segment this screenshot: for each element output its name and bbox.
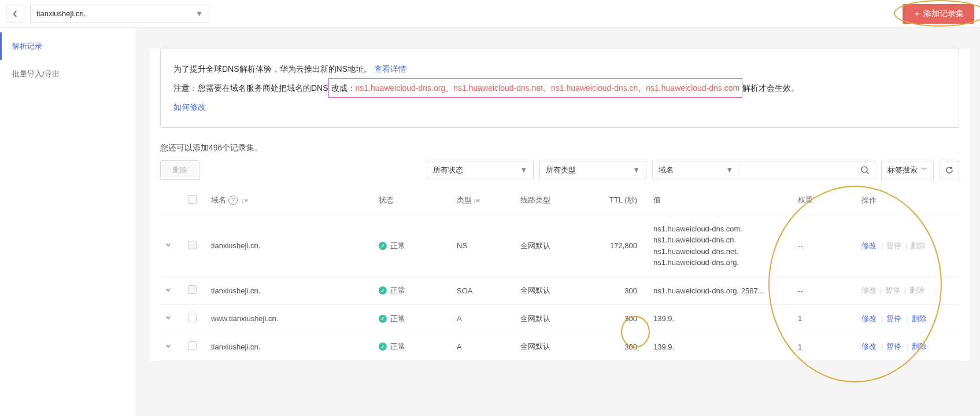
- search-icon: [860, 165, 870, 175]
- op-modify[interactable]: 修改: [861, 314, 877, 323]
- op-modify[interactable]: 修改: [861, 342, 877, 351]
- notice-box: 为了提升全球DNS解析体验，华为云推出新的NS地址。 查看详情 注意：您需要在域…: [160, 49, 959, 128]
- select-label: 所有类型: [546, 165, 576, 175]
- op-pause[interactable]: 暂停: [886, 314, 901, 323]
- table-header-row: 域名?↓≡ 状态 类型↓≡ 线路类型 TTL (秒) 值 权重 操作: [160, 186, 959, 215]
- refresh-icon: [945, 165, 954, 175]
- sort-icon[interactable]: ↓≡: [241, 197, 248, 204]
- table-row: www.tianxiusheji.cn. ✓正常 A 全网默认 300 139.…: [160, 305, 959, 333]
- notice-text: 改成：: [331, 83, 356, 93]
- op-modify: 修改: [861, 286, 877, 294]
- tag-search-button[interactable]: 标签搜索 ︾: [881, 161, 934, 179]
- help-icon[interactable]: ?: [228, 196, 238, 205]
- cell-weight: 1: [793, 333, 857, 361]
- table-row: tianxiusheji.cn. ✓正常 A 全网默认 300 139.9. 1…: [160, 333, 959, 361]
- value-line: ns1.huaweicloud-dns.org.: [653, 257, 789, 268]
- sidebar-item-label: 批量导入/导出: [12, 69, 60, 78]
- cell-type: NS: [452, 215, 516, 277]
- main-content: 为了提升全球DNS解析体验，华为云推出新的NS地址。 查看详情 注意：您需要在域…: [136, 28, 980, 416]
- cell-value: 139.9.: [649, 305, 793, 333]
- notice-text: 为了提升全球DNS解析体验，华为云推出新的NS地址。: [173, 64, 372, 73]
- dns-server: ns1.huaweicloud-dns.net: [453, 83, 543, 93]
- toolbar: 删除 所有状态 ▼ 所有类型 ▼ 域名 ▼: [150, 160, 970, 186]
- cell-line: 全网默认: [516, 277, 591, 305]
- records-count-info: 您还可以添加496个记录集。: [150, 128, 970, 160]
- cell-ops: 修改|暂停|删除: [857, 305, 959, 333]
- col-ttl: TTL (秒): [591, 186, 649, 215]
- cell-ops: 修改|暂停|删除: [857, 277, 959, 305]
- op-pause: 暂停: [886, 241, 901, 250]
- double-chevron-down-icon: ︾: [921, 168, 927, 172]
- plus-icon: ＋: [913, 9, 921, 19]
- row-checkbox[interactable]: [188, 341, 197, 350]
- add-button-label: 添加记录集: [923, 9, 964, 19]
- op-delete: 删除: [909, 286, 924, 294]
- op-pause[interactable]: 暂停: [886, 342, 901, 351]
- check-icon: ✓: [379, 286, 387, 294]
- search-box: 域名 ▼: [652, 161, 875, 179]
- col-domain: 域名: [211, 196, 226, 204]
- cell-ops: 修改|暂停|删除: [857, 333, 959, 361]
- value-line: ns1.huaweicloud-dns.cn.: [653, 234, 789, 246]
- expand-toggle[interactable]: [165, 314, 174, 323]
- row-checkbox: [188, 285, 197, 294]
- dns-server: ns1.huaweicloud-dns.cn: [551, 83, 638, 93]
- value-line: ns1.huaweicloud-dns.com.: [653, 223, 789, 235]
- cell-ops: 修改|暂停|删除: [857, 215, 959, 277]
- value-line: 139.9.: [653, 341, 789, 353]
- search-field-select[interactable]: 域名 ▼: [653, 161, 739, 179]
- status-badge: ✓正常: [379, 314, 405, 324]
- search-input[interactable]: [739, 161, 855, 179]
- sidebar-item-label: 解析记录: [12, 42, 42, 50]
- add-recordset-button[interactable]: ＋ 添加记录集: [903, 4, 974, 24]
- search-button[interactable]: [855, 165, 875, 175]
- status-badge: ✓正常: [379, 341, 405, 352]
- col-status: 状态: [374, 186, 452, 215]
- type-filter-select[interactable]: 所有类型 ▼: [539, 161, 646, 179]
- cell-domain: tianxiusheji.cn.: [206, 215, 374, 277]
- cell-type: A: [452, 305, 516, 333]
- cell-domain: www.tianxiusheji.cn.: [206, 305, 374, 333]
- status-badge: ✓正常: [379, 285, 405, 296]
- op-modify[interactable]: 修改: [861, 241, 877, 250]
- back-button[interactable]: [6, 5, 24, 23]
- sort-icon[interactable]: ↓≡: [473, 197, 480, 204]
- cell-ttl: 300: [591, 333, 649, 361]
- col-type: 类型: [457, 196, 472, 204]
- dns-highlight-box: 改成：ns1.huaweicloud-dns.org、ns1.huaweiclo…: [328, 78, 743, 98]
- sidebar-item-import-export[interactable]: 批量导入/导出: [0, 60, 135, 88]
- cell-domain: tianxiusheji.cn.: [206, 277, 374, 305]
- cell-ttl: 300: [591, 305, 649, 333]
- sidebar-item-records[interactable]: 解析记录: [0, 32, 135, 60]
- notice-link-details[interactable]: 查看详情: [374, 64, 406, 73]
- col-value: 值: [649, 186, 793, 215]
- dns-server: ns1.huaweicloud-dns.com: [646, 83, 739, 93]
- row-checkbox: [188, 241, 197, 249]
- value-line: 139.9.: [653, 313, 789, 325]
- domain-selector-label: tianxiusheji.cn.: [36, 9, 86, 18]
- delete-button[interactable]: 删除: [160, 160, 199, 180]
- cell-weight: --: [793, 215, 857, 277]
- check-icon: ✓: [379, 242, 387, 250]
- cell-ttl: 300: [591, 277, 649, 305]
- expand-toggle[interactable]: [165, 286, 174, 295]
- select-all-checkbox[interactable]: [188, 195, 197, 204]
- op-delete[interactable]: 删除: [912, 314, 927, 323]
- cell-value: 139.9.: [649, 333, 793, 361]
- cell-ttl: 172,800: [591, 215, 649, 277]
- caret-down-icon: ▼: [726, 165, 733, 174]
- dns-server: ns1.huaweicloud-dns.org: [356, 83, 446, 93]
- domain-selector[interactable]: tianxiusheji.cn. ▼: [30, 5, 209, 23]
- row-checkbox[interactable]: [188, 314, 197, 322]
- expand-toggle[interactable]: [165, 343, 174, 351]
- refresh-button[interactable]: [940, 161, 959, 179]
- op-delete[interactable]: 删除: [912, 342, 927, 351]
- status-badge: ✓正常: [379, 241, 405, 251]
- cell-type: A: [452, 333, 516, 361]
- notice-link-howto[interactable]: 如何修改: [173, 102, 206, 112]
- expand-toggle[interactable]: [165, 241, 174, 250]
- cell-line: 全网默认: [516, 215, 591, 277]
- check-icon: ✓: [379, 315, 387, 323]
- value-line: ns1.huaweicloud-dns.net.: [653, 246, 789, 257]
- status-filter-select[interactable]: 所有状态 ▼: [427, 161, 534, 179]
